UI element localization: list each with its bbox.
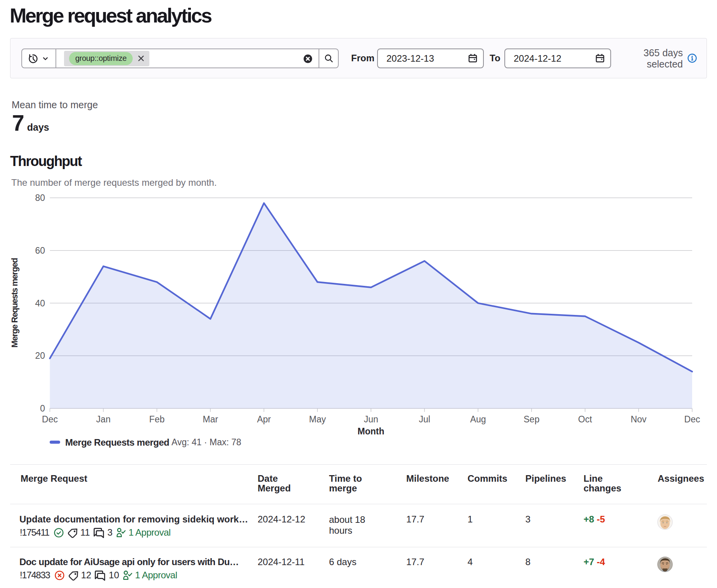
svg-text:80: 80 <box>35 193 45 203</box>
svg-text:Jan: Jan <box>96 414 111 424</box>
svg-text:Jul: Jul <box>419 414 430 424</box>
svg-text:20: 20 <box>35 351 45 361</box>
svg-text:Nov: Nov <box>630 414 646 424</box>
svg-text:60: 60 <box>35 246 45 256</box>
svg-text:Jun: Jun <box>364 414 378 424</box>
svg-text:May: May <box>309 414 326 424</box>
svg-text:0: 0 <box>40 403 45 413</box>
svg-text:40: 40 <box>35 298 45 308</box>
svg-text:Feb: Feb <box>149 414 165 424</box>
svg-text:Dec: Dec <box>42 414 58 424</box>
svg-text:Mar: Mar <box>203 414 218 424</box>
svg-text:Dec: Dec <box>684 414 700 424</box>
svg-text:Merge Requests merged: Merge Requests merged <box>65 437 169 448</box>
svg-text:Merge Requests merged: Merge Requests merged <box>10 258 19 348</box>
svg-text:Oct: Oct <box>578 414 592 424</box>
svg-text:Sep: Sep <box>524 414 540 424</box>
svg-text:Month: Month <box>358 426 384 436</box>
svg-text:Aug: Aug <box>470 414 486 424</box>
svg-text:Avg: 41 · Max: 78: Avg: 41 · Max: 78 <box>171 437 241 447</box>
svg-text:Apr: Apr <box>257 414 271 424</box>
